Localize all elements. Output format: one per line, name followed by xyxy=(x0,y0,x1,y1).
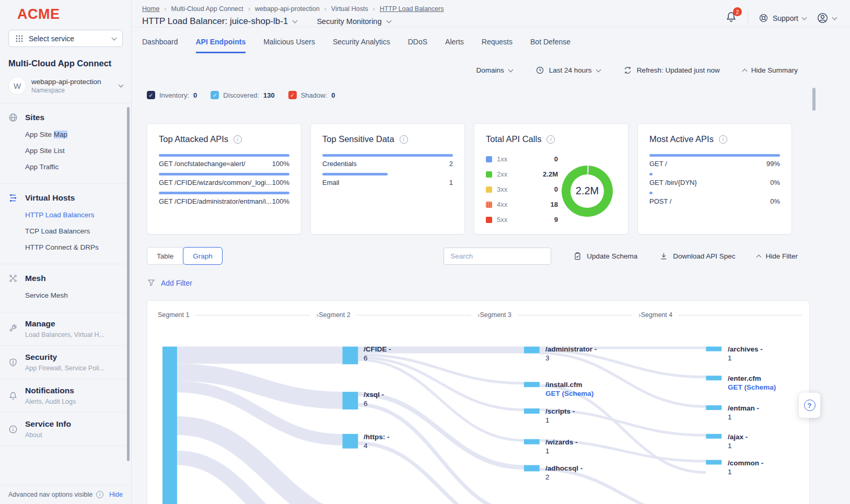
endpoint-count: 1 xyxy=(728,354,763,362)
sankey-label-archives[interactable]: /archives -1 xyxy=(728,345,763,362)
endpoint-name: /entman - xyxy=(728,404,759,413)
domains-dropdown[interactable]: Domains xyxy=(476,66,513,74)
table-view-button[interactable]: Table xyxy=(147,247,183,265)
tab-security-analytics[interactable]: Security Analytics xyxy=(333,38,390,53)
select-service-dropdown[interactable]: Select service xyxy=(8,30,123,47)
notifications-button[interactable]: 2 xyxy=(725,11,737,25)
sidebar-item-http-connect-drps[interactable]: HTTP Connect & DRPs xyxy=(25,239,131,255)
sidebar-scrollbar[interactable] xyxy=(127,107,130,461)
group-title: Manage xyxy=(25,319,104,329)
5xx-swatch xyxy=(486,217,492,223)
add-filter-button[interactable]: Add Filter xyxy=(147,278,798,287)
sidebar-section-head-sites[interactable]: Sites xyxy=(0,108,131,125)
sankey-label-wizards[interactable]: /wizards -1 xyxy=(545,438,578,455)
breadcrumb-home[interactable]: Home xyxy=(142,5,159,13)
api-path: GET / xyxy=(649,160,667,168)
support-menu[interactable]: Support xyxy=(759,13,806,23)
endpoint-name: /enter.cfm xyxy=(728,374,776,383)
view-toggle: Table Graph xyxy=(147,247,223,265)
download-api-spec-button[interactable]: Download API Spec xyxy=(659,252,735,261)
card-title: Top Sensitive Data xyxy=(322,134,394,144)
update-schema-button[interactable]: Update Schema xyxy=(573,252,637,261)
page-scrollbar[interactable] xyxy=(812,88,816,111)
sidebar-group-service-info[interactable]: Service InfoAbout xyxy=(0,413,131,446)
sidebar-group-notifications[interactable]: NotificationsAlerts, Audit Logs xyxy=(0,379,131,413)
sankey-label-xsql[interactable]: /xsql -6 xyxy=(364,390,384,408)
schema-link[interactable]: GET (Schema) xyxy=(728,383,776,392)
toggle-inventory[interactable]: ✓Inventory: 0 xyxy=(147,91,197,99)
product-title: Multi-Cloud App Connect xyxy=(0,55,131,77)
info-icon[interactable]: i xyxy=(400,135,408,144)
sankey-label-ajax[interactable]: /ajax -1 xyxy=(728,432,748,450)
tab-dashboard[interactable]: Dashboard xyxy=(142,38,178,53)
toggle-discovered[interactable]: ✓Discovered: 130 xyxy=(211,91,274,99)
security-monitoring-dropdown[interactable]: Security Monitoring xyxy=(317,17,390,26)
breadcrumb-http-load-balancers[interactable]: HTTP Load Balancers xyxy=(380,5,444,13)
time-range-dropdown[interactable]: Last 24 hours xyxy=(535,66,600,75)
sidebar-group-security[interactable]: SecurityApp Firewall, Service Poli... xyxy=(0,346,131,379)
info-icon[interactable]: i xyxy=(719,135,727,144)
top-sensitive-data-list: Credentials2Email1 xyxy=(322,154,453,186)
api-bar-row: GET /bin/{DYN}0% xyxy=(649,173,780,186)
toggle-value: 0 xyxy=(331,91,335,99)
top-attacked-apis-list: GET /oncfstatechange=alert/100%GET /CFID… xyxy=(159,154,289,205)
breadcrumb-webapp-api-protection[interactable]: webapp-api-protection xyxy=(255,5,320,13)
sankey-label-common[interactable]: /common -1 xyxy=(728,459,763,476)
discovered-checkbox[interactable]: ✓ xyxy=(211,91,219,99)
info-icon[interactable]: i xyxy=(546,135,555,144)
sidebar-item-app-traffic[interactable]: App Traffic xyxy=(25,159,131,175)
clock-icon xyxy=(535,66,544,75)
sidebar-item-service-mesh[interactable]: Service Mesh xyxy=(25,287,131,303)
sankey-label-adhocsql[interactable]: /adhocsql -2 xyxy=(545,464,583,482)
bell-icon xyxy=(8,386,18,405)
sidebar-item-http-load-balancers[interactable]: HTTP Load Balancers xyxy=(25,207,131,223)
sidebar-section-virtual-hosts: Virtual HostsHTTP Load BalancersTCP Load… xyxy=(0,184,131,264)
shadow-checkbox[interactable]: ✓ xyxy=(288,91,297,99)
hide-summary-button[interactable]: Hide Summary xyxy=(743,66,798,74)
hide-filter-button[interactable]: Hide Filter xyxy=(757,252,798,260)
page-title-dropdown[interactable]: HTTP Load Balancer: juice-shop-lb-1 xyxy=(142,16,297,27)
tab-api-endpoints[interactable]: API Endpoints xyxy=(196,38,246,53)
add-filter-label: Add Filter xyxy=(161,279,192,287)
sidebar-item-app-site-list[interactable]: App Site List xyxy=(25,143,131,159)
namespace-selector[interactable]: W webapp-api-protection Namespace xyxy=(0,77,131,103)
inventory-checkbox[interactable]: ✓ xyxy=(147,91,155,99)
sankey-label-https[interactable]: /https: -4 xyxy=(364,432,390,450)
sankey-label-scripts[interactable]: /scripts -1 xyxy=(545,407,575,425)
tab-bot-defense[interactable]: Bot Defense xyxy=(530,38,570,53)
tab-malicious-users[interactable]: Malicious Users xyxy=(263,38,315,53)
legend-label: 4xx xyxy=(497,201,507,208)
sidebar-group-manage[interactable]: ManageLoad Balancers, Virtual H... xyxy=(0,312,131,346)
breadcrumb-virtual-hosts[interactable]: Virtual Hosts xyxy=(331,5,368,13)
sidebar-item-tcp-load-balancers[interactable]: TCP Load Balancers xyxy=(25,223,131,239)
sidebar-item-app-site-map[interactable]: App Site Map xyxy=(25,126,131,143)
sidebar-section-head-mesh[interactable]: Mesh xyxy=(0,268,131,286)
toggle-shadow[interactable]: ✓Shadow: 0 xyxy=(288,91,335,99)
info-icon[interactable]: i xyxy=(234,135,242,144)
breadcrumb-multi-cloud-app-connect[interactable]: Multi-Cloud App Connect xyxy=(171,5,243,13)
graph-view-button[interactable]: Graph xyxy=(183,247,223,265)
sidebar-section-head-virtual-hosts[interactable]: Virtual Hosts xyxy=(0,188,131,206)
api-path: POST / xyxy=(649,197,671,205)
tab-ddos[interactable]: DDoS xyxy=(408,38,427,53)
tab-requests[interactable]: Requests xyxy=(482,38,513,53)
search-input[interactable] xyxy=(444,248,551,265)
hide-nav-link[interactable]: Hide xyxy=(109,491,123,498)
legend-value: 0 xyxy=(554,185,558,193)
card-top-attacked-apis: Top Attacked APIs i GET /oncfstatechange… xyxy=(147,123,301,235)
legend-item-3xx: 3xx0 xyxy=(486,182,558,197)
sankey-label-entman[interactable]: /entman -1 xyxy=(728,404,759,421)
tab-alerts[interactable]: Alerts xyxy=(445,38,464,53)
endpoint-name: /install.cfm xyxy=(545,380,593,389)
sankey-label-administrator[interactable]: /administrator -3 xyxy=(545,345,597,362)
help-button[interactable]: ? xyxy=(799,393,820,418)
sankey-label-install-cfm[interactable]: /install.cfmGET (Schema) xyxy=(545,380,593,398)
schema-link[interactable]: GET (Schema) xyxy=(545,389,593,398)
download-icon xyxy=(659,252,668,261)
segment-line xyxy=(357,315,471,315)
sankey-label-enter-cfm[interactable]: /enter.cfmGET (Schema) xyxy=(728,374,776,392)
account-menu[interactable] xyxy=(817,12,836,24)
sankey-label-cfide[interactable]: /CFIDE -6 xyxy=(364,345,391,362)
notification-badge: 2 xyxy=(733,7,742,16)
refresh-button[interactable]: Refresh: Updated just now xyxy=(623,66,720,75)
